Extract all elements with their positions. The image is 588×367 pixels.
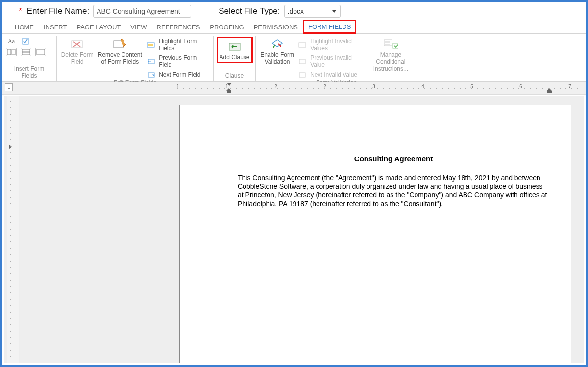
group-label-clause: Clause [218,71,251,80]
enable-form-validation-button[interactable]: Enable Form Validation [260,37,294,65]
highlight-invalid-icon [298,41,307,48]
next-field-icon [147,71,156,78]
highlight-form-fields-button[interactable]: Highlight Form Fields [146,37,209,52]
tab-page-layout[interactable]: PAGE LAYOUT [72,21,125,33]
remove-content-icon [113,38,127,51]
manage-conditional-label: Manage Conditional Instructions... [368,52,413,72]
filetype-value: .docx [288,7,304,15]
highlight-label: Highlight Form Fields [159,38,208,52]
highlight-invalid-button[interactable]: Highlight Invalid Values [297,37,366,52]
add-clause-label: Add Clause [219,54,249,61]
add-clause-icon [227,40,242,53]
highlight-icon [147,41,156,48]
filename-label: Enter File Name: [27,6,90,16]
previous-invalid-button[interactable]: Previous Invalid Value [297,54,366,69]
manage-conditional-button[interactable]: Manage Conditional Instructions... [368,37,413,72]
prev-invalid-icon [298,58,307,65]
ribbon-tabs: HOME INSERT PAGE LAYOUT VIEW REFERENCES … [2,20,586,34]
tab-view[interactable]: VIEW [125,21,151,33]
horizontal-ruler[interactable]: 1 1 2 2 3 4 5 6 7 [177,83,581,93]
vertical-ruler[interactable] [7,96,19,363]
tab-references[interactable]: REFERENCES [152,21,205,33]
filetype-select[interactable]: .docx [284,5,341,18]
document-title: Consulting Agreement [238,155,549,163]
layout1-icon[interactable] [6,48,17,56]
add-clause-highlight: Add Clause [217,37,253,63]
layout2-icon[interactable] [21,48,31,56]
next-invalid-icon [298,71,307,78]
next-form-field-button[interactable]: Next Form Field [146,71,209,79]
remove-content-label: Remove Content of Form Fields [97,52,143,65]
svg-rect-4 [22,52,30,55]
filetype-label: Select File Type: [219,6,280,16]
required-asterisk: * [19,6,22,16]
tab-home[interactable]: HOME [10,21,39,33]
svg-rect-3 [22,49,30,52]
prev-field-label: Previous Form Field [159,54,208,68]
group-insert-form-fields: Aa Insert Form Fi [2,36,57,81]
enable-validation-label: Enable Form Validation [260,52,294,65]
layout3-icon[interactable] [35,48,46,56]
tab-proofing[interactable]: PROOFING [205,21,248,33]
file-info-bar: * Enter File Name: Select File Type: .do… [2,2,586,19]
filename-input[interactable] [93,5,191,18]
delete-field-label: Delete Form Field [61,52,94,65]
document-page[interactable]: Consulting Agreement This Consulting Agr… [179,105,571,363]
validation-icon [270,38,285,51]
svg-rect-20 [299,73,305,77]
group-label-insert: Insert Form Fields [6,64,52,80]
next-invalid-button[interactable]: Next Invalid Value [297,71,366,79]
chevron-down-icon [332,10,336,13]
group-edit-form-fields: Delete Form Field Remove Content of Form… [57,36,214,81]
add-clause-button[interactable]: Add Clause [219,39,251,61]
document-body: This Consulting Agreement (the "Agreemen… [238,174,549,208]
group-clause: Add Clause Clause [214,36,256,81]
svg-rect-1 [7,49,11,55]
right-indent-marker[interactable] [547,91,552,93]
top-margin-marker[interactable] [9,144,12,149]
prev-field-icon [147,58,156,65]
prev-invalid-label: Previous Invalid Value [310,54,365,68]
svg-rect-19 [299,59,305,64]
left-indent-marker[interactable] [227,91,231,93]
delete-form-field-button[interactable]: Delete Form Field [61,37,94,65]
svg-rect-18 [299,43,306,47]
tab-insert[interactable]: INSERT [39,21,72,33]
highlight-invalid-label: Highlight Invalid Values [310,38,365,52]
svg-rect-2 [12,49,15,55]
ruler-corner[interactable]: L [5,83,13,91]
tab-permissions[interactable]: PERMISSIONS [249,21,303,33]
previous-form-field-button[interactable]: Previous Form Field [146,54,209,69]
delete-field-icon [70,38,85,51]
horizontal-ruler-area: L 1 1 2 2 3 4 5 6 7 [2,82,586,95]
ribbon: Aa Insert Form Fi [2,34,586,82]
group-form-validation: Enable Form Validation Highlight Invalid… [256,36,417,81]
next-field-label: Next Form Field [159,71,200,78]
svg-rect-13 [148,44,153,46]
text-field-icon[interactable]: Aa [6,37,17,46]
remove-content-button[interactable]: Remove Content of Form Fields [97,37,143,65]
checkbox-field-icon[interactable] [21,37,31,46]
document-workspace: Consulting Agreement This Consulting Agr… [4,96,584,363]
next-invalid-label: Next Invalid Value [310,71,357,78]
tab-form-fields[interactable]: FORM FIELDS [303,20,356,34]
conditional-icon [383,38,398,51]
